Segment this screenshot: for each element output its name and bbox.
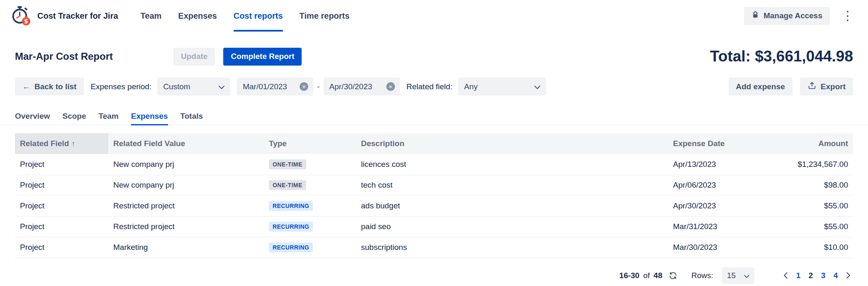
page-button-2[interactable]: 2: [805, 269, 817, 283]
total-count: 48: [653, 271, 662, 280]
tab-team[interactable]: Team: [99, 108, 119, 125]
page-button-3[interactable]: 3: [817, 269, 829, 283]
table-row[interactable]: ProjectRestricted projectRECURRINGads bu…: [15, 196, 853, 216]
nav-item-time-reports[interactable]: Time reports: [300, 0, 350, 32]
type-badge: ONE-TIME: [269, 180, 306, 190]
table-row[interactable]: ProjectNew company prjONE-TIMEtech costA…: [15, 175, 853, 196]
chevron-down-icon: [534, 82, 540, 91]
chevron-down-icon: [744, 271, 749, 280]
report-header: Mar-Apr Cost Report Update Complete Repo…: [0, 46, 868, 66]
cell-expense-date: Mar/31/2023: [668, 216, 774, 237]
cell-type: ONE-TIME: [264, 175, 356, 196]
cell-type: RECURRING: [264, 216, 356, 237]
column-header-description[interactable]: Description: [356, 133, 668, 154]
nav-item-cost-reports[interactable]: Cost reports: [234, 0, 283, 32]
app-title: Cost Tracker for Jira: [37, 11, 118, 21]
range-text: 16-30: [619, 271, 640, 280]
column-header-expense-date[interactable]: Expense Date: [668, 133, 774, 154]
cell-related-field-value: Restricted project: [108, 216, 264, 237]
next-page-icon[interactable]: [844, 271, 853, 280]
refresh-icon[interactable]: [668, 270, 678, 281]
export-button[interactable]: Export: [800, 78, 853, 95]
top-bar: $ Cost Tracker for Jira TeamExpensesCost…: [0, 0, 868, 32]
type-badge: RECURRING: [269, 242, 313, 252]
cell-description: licences cost: [356, 154, 668, 175]
type-badge: RECURRING: [269, 222, 313, 232]
tab-totals[interactable]: Totals: [180, 108, 203, 125]
date-to-input[interactable]: Apr/30/2023 ×: [324, 78, 400, 95]
period-select[interactable]: Custom: [157, 78, 230, 95]
cell-related-field-value: Restricted project: [108, 196, 264, 216]
nav-item-expenses[interactable]: Expenses: [178, 0, 217, 32]
cell-related-field-value: New company prj: [108, 154, 264, 175]
svg-text:$: $: [24, 18, 28, 24]
related-field-select-value: Any: [464, 82, 478, 91]
date-range-separator: -: [317, 82, 319, 91]
table-footer: 16-30 of 48 Rows: 15 1234: [0, 266, 868, 285]
export-label: Export: [821, 82, 846, 91]
cell-related-field: Project: [15, 196, 108, 216]
top-nav: TeamExpensesCost reportsTime reports: [141, 0, 350, 32]
cell-description: subscriptions: [356, 237, 668, 258]
type-badge: ONE-TIME: [269, 159, 306, 169]
app-brand: $ Cost Tracker for Jira: [9, 4, 118, 28]
expenses-table: Related Field↑Related Field ValueTypeDes…: [15, 133, 853, 258]
cell-amount: $10.00: [774, 237, 853, 258]
complete-report-button[interactable]: Complete Report: [223, 48, 302, 66]
page-button-4[interactable]: 4: [829, 269, 842, 283]
column-header-amount[interactable]: Amount: [774, 133, 853, 154]
tab-scope[interactable]: Scope: [63, 108, 86, 125]
cell-expense-date: Apr/13/2023: [668, 154, 774, 175]
table-row[interactable]: ProjectNew company prjONE-TIMElicences c…: [15, 154, 853, 175]
tab-expenses[interactable]: Expenses: [131, 108, 168, 125]
date-to-value: Apr/30/2023: [329, 82, 373, 91]
column-header-related-field-value[interactable]: Related Field Value: [108, 133, 264, 154]
update-button[interactable]: Update: [173, 48, 215, 66]
cell-related-field: Project: [15, 216, 108, 237]
previous-page-icon[interactable]: [781, 271, 790, 280]
period-select-value: Custom: [163, 82, 190, 91]
cell-expense-date: Apr/06/2023: [668, 175, 774, 196]
manage-access-button[interactable]: Manage Access: [744, 7, 830, 25]
report-tabs: OverviewScopeTeamExpensesTotals: [0, 108, 868, 125]
range-of-label: of: [643, 271, 650, 280]
clear-date-to-icon[interactable]: ×: [386, 82, 395, 91]
kebab-menu-icon[interactable]: ⋮: [838, 8, 857, 24]
table-row[interactable]: ProjectMarketingRECURRINGsubscriptionsMa…: [15, 237, 853, 258]
lock-icon: [751, 11, 759, 21]
cell-description: ads budget: [356, 196, 668, 216]
rows-per-page-select[interactable]: 15: [722, 267, 754, 284]
rows-per-page-value: 15: [727, 271, 736, 280]
back-to-list-button[interactable]: ← Back to list: [15, 78, 84, 95]
cell-expense-date: Mar/30/2023: [668, 237, 774, 258]
app-logo-icon: $: [9, 4, 32, 28]
column-header-related-field[interactable]: Related Field↑: [15, 133, 108, 154]
page-title: Mar-Apr Cost Report: [15, 51, 173, 62]
expenses-period-label: Expenses period:: [90, 82, 151, 91]
pagination-summary: 16-30 of 48 Rows: 15: [619, 267, 754, 284]
chevron-down-icon: [219, 82, 224, 91]
cell-type: RECURRING: [264, 196, 356, 216]
cell-related-field-value: New company prj: [108, 175, 264, 196]
table-body: ProjectNew company prjONE-TIMElicences c…: [15, 154, 853, 258]
manage-access-label: Manage Access: [763, 11, 822, 20]
cell-related-field: Project: [15, 175, 108, 196]
cell-type: RECURRING: [264, 237, 356, 258]
back-to-list-label: Back to list: [34, 82, 76, 91]
column-header-type[interactable]: Type: [264, 133, 356, 154]
nav-item-team[interactable]: Team: [141, 0, 162, 32]
date-from-input[interactable]: Mar/01/2023 ×: [237, 78, 313, 95]
arrow-left-icon: ←: [22, 82, 30, 91]
clear-date-from-icon[interactable]: ×: [300, 82, 308, 91]
filter-row: ← Back to list Expenses period: Custom M…: [0, 78, 868, 95]
cell-description: paid seo: [356, 216, 668, 237]
page-button-1[interactable]: 1: [792, 269, 805, 283]
add-expense-button[interactable]: Add expense: [729, 78, 792, 95]
table-row[interactable]: ProjectRestricted projectRECURRINGpaid s…: [15, 216, 853, 237]
page-buttons: 1234: [792, 269, 842, 283]
topbar-actions: Manage Access ⋮: [744, 7, 857, 25]
tab-overview[interactable]: Overview: [15, 108, 50, 125]
cell-type: ONE-TIME: [264, 154, 356, 175]
cell-expense-date: Apr/30/2023: [668, 196, 774, 216]
related-field-select[interactable]: Any: [458, 78, 546, 95]
